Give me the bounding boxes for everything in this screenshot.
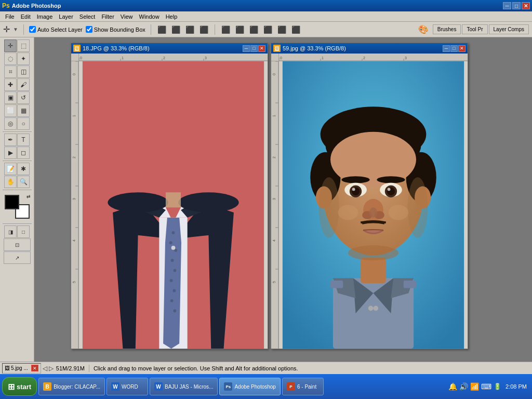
pen-tool[interactable]: ✒ (4, 134, 17, 146)
eyedropper-tool[interactable]: ✱ (17, 163, 30, 175)
toolpr-palette-btn[interactable]: Tool Pr (462, 24, 487, 34)
svg-point-31 (174, 269, 177, 272)
doc-1-minimize[interactable]: ─ (243, 45, 250, 52)
menu-help[interactable]: Help (163, 12, 181, 21)
lasso-tool[interactable]: ◌ (4, 52, 17, 65)
mini-window-item[interactable]: 🖼 5.jpg ... ✕ (2, 363, 41, 374)
svg-point-89 (352, 188, 355, 191)
taskbar-blogger[interactable]: B Blogger: CILACAP... (38, 378, 105, 395)
taskbar-photoshop[interactable]: Ps Adobe Photoshop (219, 378, 281, 395)
swap-colors-icon[interactable]: ⇄ (26, 194, 31, 199)
color-swatches[interactable]: ⇄ (4, 194, 31, 220)
separator (23, 24, 24, 35)
taskbar-ps-label: Adobe Photoshop (234, 384, 276, 390)
tool-row-1: ✛ ⬚ (4, 39, 30, 52)
svg-point-97 (369, 207, 378, 217)
gradient-tool[interactable]: ▦ (17, 104, 30, 117)
menu-filter[interactable]: Filter (98, 12, 117, 21)
tray-icon-1: 🔔 (448, 382, 457, 391)
tool-row-7: ◎ ○ (4, 117, 30, 130)
menu-edit[interactable]: Edit (18, 12, 34, 21)
doc-2-close[interactable]: ✕ (458, 45, 466, 52)
dist-icon-1[interactable]: ⬛ (220, 24, 231, 35)
align-icon-2[interactable]: ⬛ (170, 24, 181, 35)
show-bounding-option[interactable]: Show Bounding Box (86, 26, 145, 33)
taskbar-baju-jas[interactable]: W BAJU JAS - Micros... (150, 378, 218, 395)
tool-row-8: ✒ T (4, 134, 30, 146)
start-label: start (17, 383, 31, 391)
quick-mask-mode[interactable]: ◨ (4, 225, 17, 238)
brushes-palette-btn[interactable]: Brushes (433, 24, 461, 34)
blur-tool[interactable]: ◎ (4, 117, 17, 130)
menu-view[interactable]: View (117, 12, 136, 21)
tray-icon-4: ⌨ (481, 382, 491, 391)
heal-tool[interactable]: ✚ (4, 78, 17, 91)
mini-window-bar: 🖼 5.jpg ... ✕ ◁ ▷ (0, 362, 56, 374)
move-tool[interactable]: ✛ (4, 39, 17, 52)
doc-2-ruler-h: 0 1 2 3 (279, 54, 468, 61)
history-tool[interactable]: ↺ (17, 91, 30, 104)
dist-icon-4[interactable]: ⬛ (262, 24, 273, 35)
svg-text:2: 2 (163, 56, 165, 60)
canvas-area: 🖼 18.JPG @ 33.3% (RGB/8) ─ □ ✕ (34, 37, 532, 362)
svg-point-74 (368, 306, 374, 311)
dist-icon-5[interactable]: ⬛ (276, 24, 287, 35)
doc-2-minimize[interactable]: ─ (443, 45, 450, 52)
minimize-button[interactable]: ─ (503, 2, 511, 9)
svg-marker-26 (163, 218, 181, 349)
crop-tool[interactable]: ⌗ (4, 65, 17, 78)
taskbar-baju-label: BAJU JAS - Micros... (165, 384, 213, 390)
svg-point-93 (388, 188, 391, 191)
align-icon-4[interactable]: ⬛ (198, 24, 209, 35)
ruler2-h-ticks: 0 1 2 3 (279, 54, 468, 61)
doc-1-close[interactable]: ✕ (258, 45, 265, 52)
auto-select-checkbox[interactable] (29, 26, 36, 33)
mini-win-close[interactable]: ✕ (31, 365, 38, 371)
dist-icon-3[interactable]: ⬛ (248, 24, 259, 35)
notes-tool[interactable]: 📝 (4, 163, 17, 175)
clone-tool[interactable]: ▣ (4, 91, 17, 104)
doc-2-maximize[interactable]: □ (450, 45, 458, 52)
taskbar-paint[interactable]: P 6 - Paint (282, 378, 324, 395)
brush-tool[interactable]: 🖌 (17, 78, 30, 91)
path-select-tool[interactable]: ▶ (4, 147, 17, 159)
jump-to-imageready[interactable]: ↗ (4, 251, 31, 264)
slice-tool[interactable]: ◫ (17, 65, 30, 78)
taskbar-word[interactable]: W WORD (107, 378, 148, 395)
menu-image[interactable]: Image (34, 12, 56, 21)
type-tool[interactable]: T (17, 134, 30, 146)
close-button[interactable]: ✕ (522, 2, 530, 9)
doc-1-maximize[interactable]: □ (250, 45, 258, 52)
menu-layer[interactable]: Layer (56, 12, 76, 21)
foreground-color[interactable] (5, 195, 19, 209)
tool-row-mode: ◨ □ (4, 225, 30, 238)
tray-icon-2: 🔊 (459, 382, 468, 391)
marquee-tool[interactable]: ⬚ (17, 39, 30, 52)
menu-window[interactable]: Window (136, 12, 163, 21)
auto-select-option[interactable]: Auto Select Layer (29, 26, 83, 33)
align-icon-3[interactable]: ⬛ (184, 24, 195, 35)
doc-2-ruler-corner (271, 54, 279, 61)
eraser-tool[interactable]: ⬜ (4, 104, 17, 117)
dist-icon-2[interactable]: ⬛ (234, 24, 245, 35)
align-icon-1[interactable]: ⬛ (156, 24, 167, 35)
mini-win-restore-left[interactable]: ◁ (43, 365, 47, 372)
start-button[interactable]: ⊞ start (2, 377, 37, 396)
dodge-tool[interactable]: ○ (17, 117, 30, 130)
standard-mode[interactable]: □ (17, 225, 30, 238)
show-bounding-checkbox[interactable] (86, 26, 92, 33)
menu-select[interactable]: Select (76, 12, 99, 21)
layercomps-palette-btn[interactable]: Layer Comps (489, 24, 529, 34)
mini-win-restore-right[interactable]: ▷ (49, 365, 54, 372)
magic-wand-tool[interactable]: ✦ (17, 52, 30, 65)
tool-sep-4 (3, 223, 32, 224)
hand-tool[interactable]: ✋ (4, 176, 17, 188)
shape-tool[interactable]: ◻ (17, 147, 30, 159)
zoom-tool[interactable]: 🔍 (17, 176, 30, 188)
svg-rect-76 (361, 258, 386, 283)
dist-icon-6[interactable]: ⬛ (290, 24, 301, 35)
fullscreen-btn[interactable]: ⊡ (4, 238, 31, 251)
maximize-button[interactable]: □ (512, 2, 521, 9)
svg-point-34 (170, 299, 174, 302)
menu-file[interactable]: File (2, 12, 18, 21)
